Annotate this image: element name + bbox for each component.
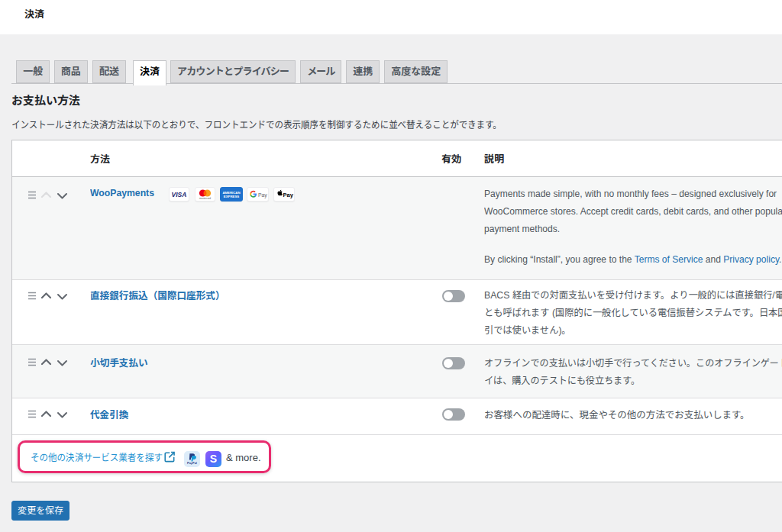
- svg-text:AMERICAN: AMERICAN: [222, 191, 240, 195]
- svg-text:EXPRESS: EXPRESS: [224, 195, 239, 198]
- svg-text:Pay: Pay: [258, 192, 267, 198]
- svg-text:VISA: VISA: [172, 191, 187, 198]
- svg-text:mastercard: mastercard: [199, 197, 211, 200]
- svg-text:Pay: Pay: [283, 192, 294, 198]
- svg-text:PayPal: PayPal: [187, 461, 197, 465]
